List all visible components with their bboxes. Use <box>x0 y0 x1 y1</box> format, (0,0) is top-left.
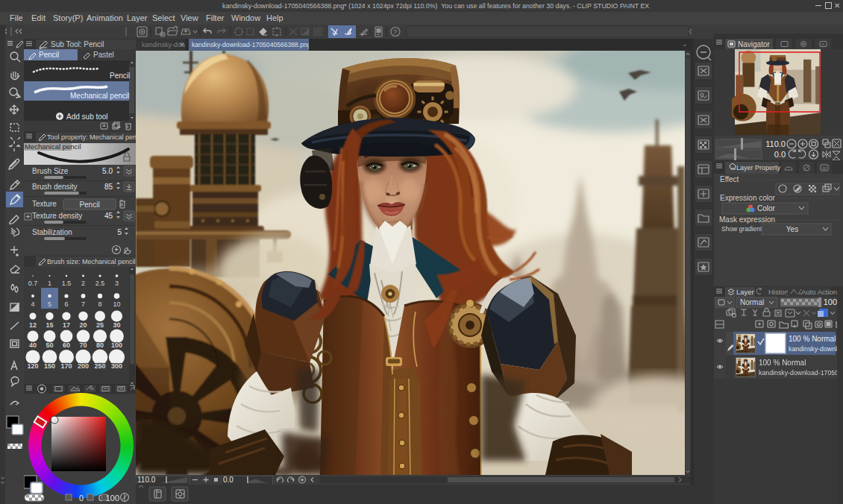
svg-text:5.0: 5.0 <box>102 167 113 175</box>
svg-text:kandinsky-download-1...: kandinsky-download-1... <box>789 345 843 353</box>
svg-text:4: 4 <box>31 300 34 308</box>
svg-text:50: 50 <box>46 341 53 349</box>
svg-text:12: 12 <box>29 321 37 329</box>
svg-text:5: 5 <box>48 300 51 308</box>
svg-text:Mechanical pencil: Mechanical pencil <box>70 92 130 100</box>
svg-text:2: 2 <box>81 280 85 287</box>
svg-text:Yes: Yes <box>786 225 798 233</box>
svg-text:100 % Normal: 100 % Normal <box>789 335 836 343</box>
svg-text:170: 170 <box>60 362 72 370</box>
svg-text:25: 25 <box>96 321 104 329</box>
svg-text:60: 60 <box>63 341 70 349</box>
svg-text:1: 1 <box>48 280 51 287</box>
svg-text:Layer Property: Layer Property <box>736 164 781 171</box>
svg-text:Add sub tool: Add sub tool <box>66 113 108 121</box>
svg-text:Texture: Texture <box>32 200 57 208</box>
svg-text:5: 5 <box>117 228 122 236</box>
svg-text:80: 80 <box>96 341 104 349</box>
svg-text:kandinsky-download-17050405663: kandinsky-download-1705040566388 <box>759 369 843 377</box>
svg-text:Brush size: Mechanical pencil: Brush size: Mechanical pencil <box>47 258 136 265</box>
svg-text:150: 150 <box>44 362 55 370</box>
svg-text:7: 7 <box>81 300 85 308</box>
svg-text:0.0: 0.0 <box>774 150 786 159</box>
svg-text:Sub Tool: Pencil: Sub Tool: Pencil <box>51 40 104 48</box>
svg-text:Auto Action: Auto Action <box>801 288 837 296</box>
svg-text:300: 300 <box>111 362 122 370</box>
svg-text:?: ? <box>393 28 397 36</box>
svg-text:Stabilization: Stabilization <box>32 228 72 236</box>
svg-text:30: 30 <box>113 321 120 329</box>
svg-text:17: 17 <box>63 321 70 329</box>
svg-text:Navigator: Navigator <box>738 40 770 48</box>
svg-text:Color: Color <box>757 204 776 212</box>
svg-text:8: 8 <box>98 300 101 308</box>
svg-text:Effect: Effect <box>720 175 739 183</box>
svg-text:100: 100 <box>824 297 837 306</box>
svg-text:History: History <box>768 288 791 296</box>
svg-text:0: 0 <box>79 494 84 503</box>
svg-text:Pencil: Pencil <box>39 51 59 59</box>
svg-text:Pencil: Pencil <box>79 201 99 209</box>
svg-text:15: 15 <box>46 321 53 329</box>
svg-text:45: 45 <box>104 212 113 220</box>
svg-text:Layer: Layer <box>736 288 754 296</box>
svg-text:3: 3 <box>115 280 119 287</box>
svg-text:Mechanical pencil: Mechanical pencil <box>25 142 81 151</box>
svg-text:Show gradients: Show gradients <box>721 225 765 233</box>
svg-text:Tool property: Mechanical penc: Tool property: Mechanical pencil <box>47 133 136 141</box>
svg-text:250: 250 <box>94 362 105 370</box>
svg-text:Mask expression: Mask expression <box>719 215 775 224</box>
svg-text:70: 70 <box>79 341 87 349</box>
svg-text:1.5: 1.5 <box>62 280 72 287</box>
svg-text:100: 100 <box>111 341 122 349</box>
svg-text:6: 6 <box>64 300 68 308</box>
svg-text:100 % Normal: 100 % Normal <box>759 359 806 367</box>
svg-text:Brush Size: Brush Size <box>32 167 69 175</box>
svg-text:20: 20 <box>79 321 87 329</box>
svg-text:Brush density: Brush density <box>32 183 78 191</box>
svg-text:40: 40 <box>29 341 37 349</box>
svg-text:Normal: Normal <box>740 298 764 306</box>
svg-text:Pencil: Pencil <box>110 72 130 80</box>
svg-text:0.7: 0.7 <box>28 280 38 287</box>
svg-text:120: 120 <box>27 362 38 370</box>
svg-text:Texture density: Texture density <box>32 212 82 220</box>
svg-text:2.5: 2.5 <box>95 280 105 287</box>
svg-text:85: 85 <box>104 183 113 191</box>
svg-text:10: 10 <box>113 300 120 308</box>
svg-text:100: 100 <box>106 494 119 503</box>
svg-text:Expression color: Expression color <box>720 194 776 202</box>
svg-text:110.0: 110.0 <box>765 139 786 148</box>
svg-text:Pastel: Pastel <box>93 51 114 59</box>
svg-text:200: 200 <box>78 362 89 370</box>
